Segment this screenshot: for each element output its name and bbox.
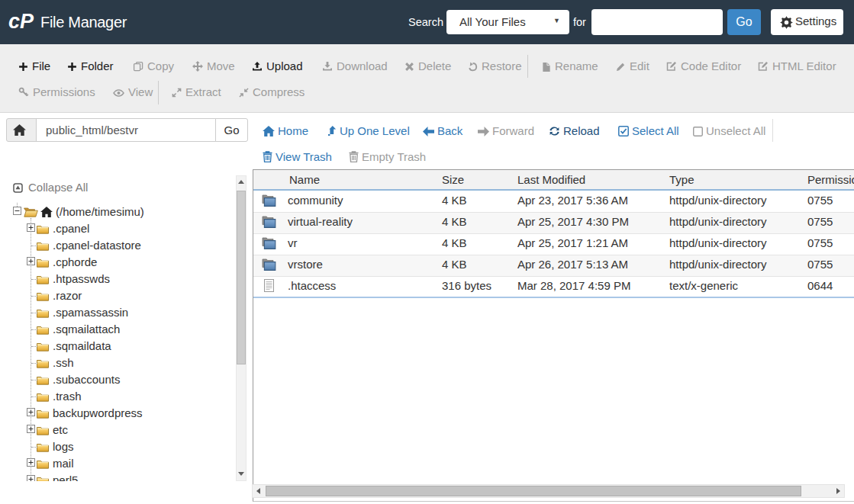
- svg-text:cP: cP: [8, 11, 34, 33]
